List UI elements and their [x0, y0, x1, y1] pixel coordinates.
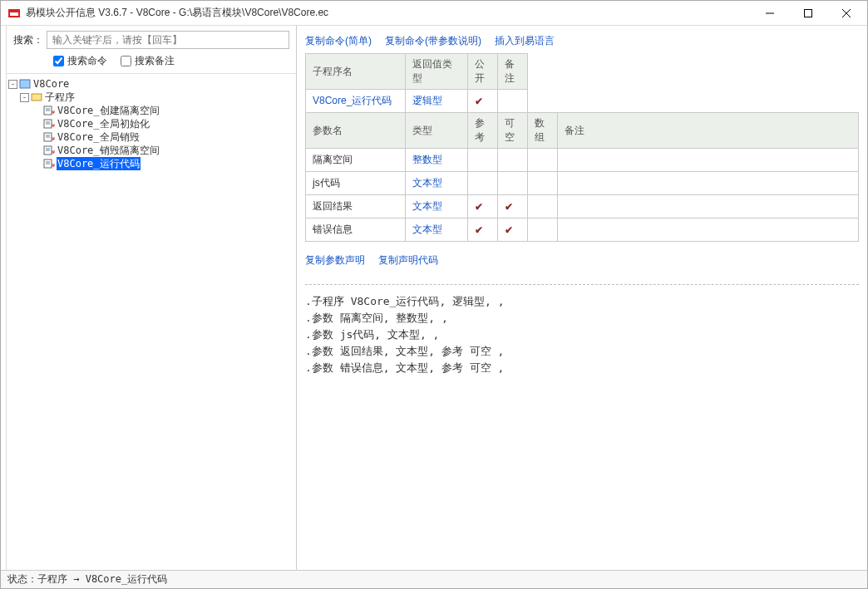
th-param-ref: 参考 — [468, 113, 498, 149]
svg-rect-7 — [20, 80, 30, 88]
th-remark: 备注 — [498, 54, 528, 90]
param-arr-cell — [528, 218, 558, 242]
param-remark-cell — [558, 172, 859, 195]
copy-withparam-link[interactable]: 复制命令(带参数说明) — [385, 34, 481, 48]
param-name-cell: js代码 — [306, 172, 406, 195]
divider — [305, 284, 859, 285]
copy-paramdecl-link[interactable]: 复制参数声明 — [305, 253, 365, 268]
param-opt-cell: ✔ — [498, 218, 528, 242]
param-type-cell: 文本型 — [406, 218, 468, 242]
declaration-code: .子程序 V8Core_运行代码, 逻辑型, , .参数 隔离空间, 整数型, … — [305, 292, 859, 378]
tree-sub[interactable]: - 子程序 — [8, 91, 294, 104]
tree-item-label: V8Core_销毁隔离空间 — [57, 144, 160, 157]
statusbar: 状态：子程序 → V8Core_运行代码 — [1, 570, 867, 588]
param-name-cell: 隔离空间 — [306, 149, 406, 172]
th-param-opt: 可空 — [498, 113, 528, 149]
param-row: 隔离空间整数型 — [306, 149, 859, 172]
param-remark-cell — [558, 218, 859, 242]
tree-item[interactable]: V8Core_创建隔离空间 — [8, 104, 294, 117]
param-opt-cell — [498, 149, 528, 172]
search-input[interactable] — [47, 31, 289, 49]
titlebar: 易模块公开信息 V3.6.7 - V8Core - G:\易语言模块\V8Cor… — [1, 1, 867, 26]
param-ref-cell: ✔ — [468, 218, 498, 242]
th-subname: 子程序名 — [306, 54, 406, 90]
param-opt-cell — [498, 172, 528, 195]
insert-link[interactable]: 插入到易语言 — [495, 34, 555, 48]
th-public: 公开 — [468, 54, 498, 90]
folder-icon — [31, 92, 42, 102]
search-remark-checkbox-label: 搜索备注 — [135, 54, 175, 68]
param-remark-cell — [558, 195, 859, 218]
param-row: 返回结果文本型✔✔ — [306, 195, 859, 218]
subroutine-icon — [43, 132, 55, 142]
tree-view[interactable]: - V8Core - 子程序 V8Core_创建隔离空间V8Core_全局初始化… — [7, 74, 296, 570]
subroutine-icon — [43, 106, 55, 115]
tree-item-label: V8Core_全局销毁 — [57, 130, 141, 144]
copy-simple-link[interactable]: 复制命令(简单) — [305, 34, 372, 48]
tree-item[interactable]: V8Core_运行代码 — [8, 157, 294, 170]
param-name-cell: 错误信息 — [306, 218, 406, 242]
right-pane: 复制命令(简单) 复制命令(带参数说明) 插入到易语言 子程序名 返回值类型 公… — [297, 26, 867, 570]
svg-rect-4 — [805, 9, 812, 17]
param-arr-cell — [528, 195, 558, 218]
maximize-button[interactable] — [789, 1, 827, 25]
subroutine-rtype-cell: 逻辑型 — [406, 90, 468, 113]
param-ref-cell: ✔ — [468, 195, 498, 218]
param-opt-cell: ✔ — [498, 195, 528, 218]
subroutine-public-cell: ✔ — [468, 90, 498, 113]
app-icon — [7, 7, 21, 20]
param-arr-cell — [528, 149, 558, 172]
copy-declcode-link[interactable]: 复制声明代码 — [378, 253, 438, 268]
subroutine-icon — [43, 145, 55, 155]
th-rtype: 返回值类型 — [406, 54, 468, 90]
tree-item[interactable]: V8Core_全局销毁 — [8, 130, 294, 144]
param-arr-cell — [528, 172, 558, 195]
param-type-cell: 文本型 — [406, 172, 468, 195]
param-name-cell: 返回结果 — [306, 195, 406, 218]
param-remark-cell — [558, 149, 859, 172]
tree-sub-label: 子程序 — [44, 91, 76, 104]
module-icon — [19, 79, 31, 89]
subroutine-icon — [43, 119, 55, 129]
search-remark-checkbox[interactable]: 搜索备注 — [121, 54, 175, 68]
tree-item-label: V8Core_全局初始化 — [57, 117, 150, 130]
th-param-type: 类型 — [406, 113, 468, 149]
th-param-name: 参数名 — [306, 113, 406, 149]
tree-toggle-icon[interactable]: - — [8, 80, 17, 89]
tree-item[interactable]: V8Core_全局初始化 — [8, 117, 294, 130]
subroutine-name-cell: V8Core_运行代码 — [306, 90, 406, 113]
svg-rect-8 — [32, 94, 42, 101]
subroutine-icon — [43, 159, 55, 169]
search-cmd-checkbox-input[interactable] — [53, 56, 64, 66]
search-cmd-checkbox[interactable]: 搜索命令 — [53, 54, 107, 68]
tree-toggle-icon[interactable]: - — [20, 93, 29, 102]
subroutine-table: 子程序名 返回值类型 公开 备注 V8Core_运行代码 逻辑型 ✔ 参数名 类… — [305, 53, 859, 242]
tree-item-label: V8Core_创建隔离空间 — [57, 104, 160, 117]
tree-item[interactable]: V8Core_销毁隔离空间 — [8, 144, 294, 157]
left-pane: 搜索： 搜索命令 搜索备注 - V8Core — [7, 26, 297, 570]
param-type-cell: 整数型 — [406, 149, 468, 172]
subroutine-row: V8Core_运行代码 逻辑型 ✔ — [306, 90, 859, 113]
tree-root[interactable]: - V8Core — [8, 77, 294, 91]
th-param-arr: 数组 — [528, 113, 558, 149]
tree-root-label: V8Core — [32, 77, 70, 91]
window-title: 易模块公开信息 V3.6.7 - V8Core - G:\易语言模块\V8Cor… — [26, 6, 751, 20]
param-type-cell: 文本型 — [406, 195, 468, 218]
param-ref-cell — [468, 149, 498, 172]
status-text: 状态：子程序 → V8Core_运行代码 — [7, 572, 167, 587]
th-param-remark: 备注 — [558, 113, 859, 149]
subroutine-remark-cell — [498, 90, 528, 113]
minimize-button[interactable] — [751, 1, 789, 25]
svg-rect-2 — [10, 11, 18, 12]
close-button[interactable] — [827, 1, 866, 25]
param-row: js代码文本型 — [306, 172, 859, 195]
search-remark-checkbox-input[interactable] — [121, 56, 131, 66]
left-margin — [1, 26, 7, 570]
tree-item-label: V8Core_运行代码 — [57, 157, 141, 170]
search-label: 搜索： — [13, 33, 43, 47]
param-ref-cell — [468, 172, 498, 195]
search-cmd-checkbox-label: 搜索命令 — [67, 54, 107, 68]
param-row: 错误信息文本型✔✔ — [306, 218, 859, 242]
